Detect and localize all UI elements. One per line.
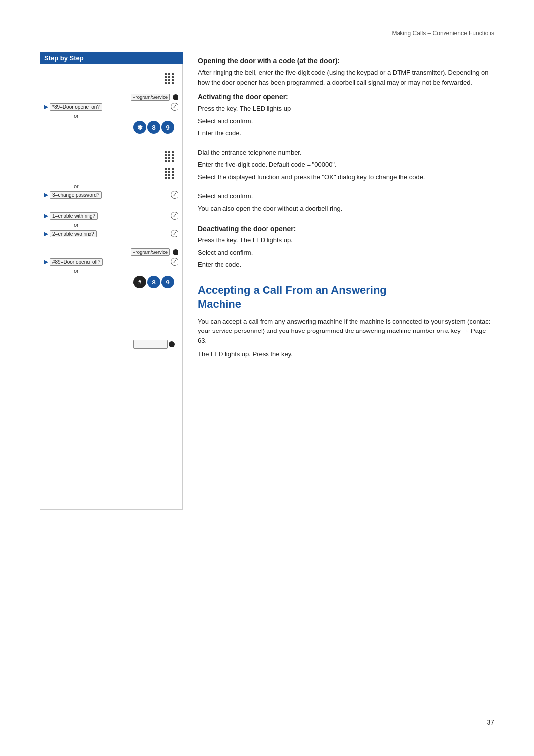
deactivating-enter-code: Enter the code.: [198, 260, 494, 270]
led-dot-3: [169, 341, 175, 347]
activating-enter-code: Enter the code.: [198, 128, 494, 138]
page-content: Step by Step Program/Service: [0, 52, 534, 510]
accepting-call-body: You can accept a call from any answering…: [198, 317, 494, 346]
deactivating-select-confirm: Select and confirm.: [198, 248, 494, 258]
page-number: 37: [487, 718, 494, 726]
keypad-icon-2: [165, 150, 175, 164]
or-text-3: or: [74, 222, 178, 228]
activating-dial-entrance: Dial the entrance telephone number.: [198, 148, 494, 158]
answering-machine-row: [44, 340, 175, 349]
accepting-call-title: Accepting a Call From an Answering Machi…: [198, 284, 494, 312]
star-btn: ✱: [134, 121, 146, 134]
deactivating-press-key: Press the key. The LED lights up.: [198, 236, 494, 245]
program-service-label-2: Program/Service: [131, 248, 170, 256]
check-icon-1: ✓: [171, 103, 178, 111]
program-service-row-2: Program/Service: [44, 248, 178, 256]
or-text-1: or: [74, 113, 178, 119]
nine-btn-2: 9: [161, 276, 174, 288]
activating-open-door-no-ring: You can also open the door without a doo…: [198, 204, 494, 214]
check-icon-5: ✓: [171, 258, 178, 266]
arrow-icon-2: ▶: [44, 191, 48, 198]
circle-btns-row-1: ✱ 8 9: [44, 121, 175, 134]
enable-wo-ring-label: 2=enable w/o ring?: [50, 230, 97, 237]
door-opener-off-label: #89=Door opener off?: [50, 258, 103, 266]
check-icon-4: ✓: [171, 230, 178, 237]
check-icon-3: ✓: [171, 212, 178, 220]
keypad-icon-row-1: [44, 72, 178, 86]
change-password-label: 3=change password?: [50, 191, 102, 199]
activating-select-confirm: Select and confirm.: [198, 116, 494, 126]
activating-enter-five: Enter the five-digit code. Default code …: [198, 160, 494, 170]
arrow-icon-1: ▶: [44, 103, 48, 110]
enable-with-ring-row: ▶ 1=enable with ring? ✓: [44, 212, 178, 220]
keypad-icon-row-3: [44, 167, 178, 180]
arrow-icon-4: ▶: [44, 230, 48, 237]
door-opener-off-row: ▶ #89=Door opener off? ✓: [44, 258, 178, 266]
answering-machine-key: [134, 340, 168, 349]
program-service-label: Program/Service: [131, 94, 170, 101]
program-service-row: Program/Service: [44, 94, 178, 101]
circle-btns-row-2: # 8 9: [44, 276, 175, 288]
nine-btn: 9: [161, 121, 174, 134]
opening-door-body: After ringing the bell, enter the five-d…: [198, 68, 494, 87]
door-opener-on-label: *89=Door opener on?: [50, 103, 102, 111]
keypad-icon-3: [165, 167, 175, 180]
deactivating-title: Deactivating the door opener:: [198, 225, 494, 233]
enable-with-ring-label: 1=enable with ring?: [50, 212, 98, 220]
activating-title: Activating the door opener:: [198, 93, 494, 101]
led-dot-1: [173, 94, 178, 100]
led-dot-2: [173, 249, 178, 255]
eight-btn: 8: [147, 121, 160, 134]
activating-press-key: Press the key. The LED lights up: [198, 104, 494, 114]
left-column: Step by Step Program/Service: [40, 52, 183, 510]
activating-select-displayed: Select the displayed function and press …: [198, 172, 494, 182]
arrow-icon-3: ▶: [44, 212, 48, 219]
step-by-step-header: Step by Step: [40, 52, 183, 64]
enable-wo-ring-row: ▶ 2=enable w/o ring? ✓: [44, 230, 178, 237]
keypad-icon-row-2: [44, 150, 178, 164]
hash-btn: #: [134, 276, 146, 288]
arrow-icon-5: ▶: [44, 258, 48, 265]
change-password-row: ▶ 3=change password? ✓: [44, 191, 178, 199]
or-text-2: or: [74, 183, 178, 189]
eight-btn-2: 8: [147, 276, 160, 288]
page-header: Making Calls – Convenience Functions: [0, 0, 534, 42]
opening-door-title: Opening the door with a code (at the doo…: [198, 57, 494, 65]
keypad-icon: [165, 72, 175, 86]
step-box: Program/Service ▶ *89=Door opener on? ✓ …: [40, 64, 183, 510]
activating-select-confirm2: Select and confirm.: [198, 191, 494, 201]
check-icon-2: ✓: [171, 191, 178, 199]
or-text-4: or: [74, 268, 178, 274]
accepting-call-led: The LED lights up. Press the key.: [198, 349, 494, 359]
right-column: Opening the door with a code (at the doo…: [183, 52, 494, 510]
header-title: Making Calls – Convenience Functions: [392, 30, 494, 37]
door-opener-on-row: ▶ *89=Door opener on? ✓: [44, 103, 178, 111]
